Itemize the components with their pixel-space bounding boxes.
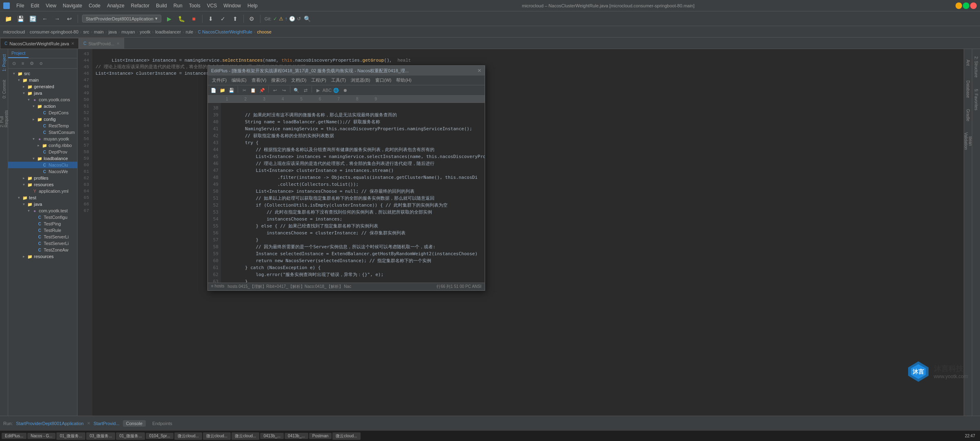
breadcrumb-loadbalancer[interactable]: loadbalancer	[155, 29, 181, 34]
popup-open-btn[interactable]: 📁	[218, 86, 227, 94]
taskbar-item[interactable]: 0413b_...	[285, 433, 308, 439]
tree-item[interactable]: Y application.yml	[8, 188, 77, 194]
menu-file[interactable]: File	[13, 0, 27, 11]
tree-item[interactable]: ▾ 📁 action	[8, 103, 77, 109]
popup-menu-search[interactable]: 搜索(S)	[269, 76, 289, 84]
tree-item[interactable]: ▸ 📁 resources	[8, 253, 77, 260]
git-update-btn[interactable]: ⬇	[205, 13, 216, 24]
breadcrumb-rule[interactable]: rule	[186, 29, 193, 34]
popup-paste-btn[interactable]: 📌	[258, 86, 266, 94]
tree-item[interactable]: ▾ ● com.yootk.cons	[8, 96, 77, 103]
popup-spell-btn[interactable]: ABC	[323, 86, 331, 94]
taskbar-item[interactable]: 0104_Spr...	[146, 433, 173, 439]
menu-refactor[interactable]: Refactor	[128, 0, 153, 11]
popup-new-btn[interactable]: 📄	[209, 86, 218, 94]
maximize-button[interactable]: □	[963, 2, 969, 9]
tree-item[interactable]: C TestRule	[8, 227, 77, 234]
popup-macro-btn[interactable]: ⏺	[341, 86, 349, 94]
menu-window[interactable]: Window	[220, 0, 244, 11]
git-commit-btn[interactable]: ✓	[217, 13, 229, 24]
popup-menu-project[interactable]: 工程(P)	[309, 76, 329, 84]
popup-cut-btn[interactable]: ✂	[240, 86, 248, 94]
run-config-selector[interactable]: StartProviderDept8001Application ▾	[82, 15, 161, 22]
popup-menu-view[interactable]: 查看(V)	[249, 76, 269, 84]
bean-validation-panel-btn[interactable]: Bean Validation	[965, 129, 971, 154]
tree-item[interactable]: C RestTemp	[8, 122, 77, 129]
taskbar-item[interactable]: 微云cloud...	[332, 432, 360, 440]
menu-view[interactable]: View	[42, 0, 60, 11]
save-btn[interactable]: 💾	[15, 13, 26, 24]
tree-item[interactable]: C DeptCons	[8, 109, 77, 116]
breadcrumb-src[interactable]: src	[83, 29, 89, 34]
run-config-2[interactable]: StartProvid...	[94, 421, 120, 426]
menu-build[interactable]: Build	[153, 0, 170, 11]
popup-menu-file[interactable]: 文件(F)	[209, 76, 229, 84]
tree-item[interactable]: C TestPing	[8, 220, 77, 227]
open-file-btn[interactable]: 📁	[2, 13, 14, 24]
endpoints-tab[interactable]: Endpoints	[149, 420, 176, 427]
tree-item[interactable]: ▾ 📁 java	[8, 201, 77, 207]
popup-menu-browser[interactable]: 浏览器(B)	[348, 76, 373, 84]
tree-item[interactable]: ▾ 📁 loadbalance	[8, 155, 77, 162]
forward-btn[interactable]: →	[51, 13, 63, 24]
gradle-panel-btn[interactable]: Gradle	[965, 103, 971, 127]
tab-startprovid-close[interactable]: ✕	[116, 41, 120, 46]
project-tab[interactable]: Project	[8, 49, 29, 58]
ant-panel-btn[interactable]: Ant	[965, 51, 971, 75]
menu-navigate[interactable]: Navigate	[60, 0, 85, 11]
tree-item[interactable]: ▸ 📁 generated	[8, 83, 77, 90]
tree-item[interactable]: ▾ 📁 src	[8, 70, 77, 77]
popup-browser-btn[interactable]: 🌐	[332, 86, 340, 94]
tree-item[interactable]: C TestZoneAw	[8, 247, 77, 253]
tree-item[interactable]: ▾ 📁 main	[8, 77, 77, 83]
run-btn[interactable]: ▶	[164, 13, 175, 24]
tree-item[interactable]: ▾ ● com.yootk.test	[8, 207, 77, 214]
settings-btn[interactable]: ⚙	[246, 13, 258, 24]
breadcrumb-method[interactable]: choose	[257, 29, 272, 34]
stop-btn[interactable]: ■	[188, 13, 200, 24]
taskbar-item[interactable]: Nacos - G...	[27, 433, 56, 439]
taskbar-item[interactable]: 01_微服务...	[116, 432, 145, 440]
tree-item[interactable]: ▾ 📁 test	[8, 194, 77, 201]
tree-item[interactable]: ▸ 📁 config.ribbo	[8, 142, 77, 149]
sync-btn[interactable]: 🔄	[27, 13, 38, 24]
tree-item-nacos-cluster[interactable]: C NacosClu	[8, 162, 77, 168]
tree-item[interactable]: C TestConfigu	[8, 214, 77, 220]
menu-help[interactable]: Help	[244, 0, 261, 11]
popup-close-btn[interactable]: ✕	[477, 68, 481, 74]
breadcrumb-microcloud[interactable]: microcloud	[3, 29, 25, 34]
menu-run[interactable]: Run	[170, 0, 186, 11]
run-close-icon-1[interactable]: ✕	[87, 421, 90, 425]
taskbar-item[interactable]: EditPlus...	[2, 433, 27, 439]
pull-requests-panel-btn[interactable]: 2: Pull Requests	[1, 103, 7, 127]
popup-redo-btn[interactable]: ↪	[280, 86, 288, 94]
taskbar-item[interactable]: 微云cloud...	[174, 432, 202, 440]
tree-item[interactable]: ▾ 📁 resources	[8, 181, 77, 188]
sidebar-locate-btn[interactable]: ⊙	[10, 59, 18, 67]
popup-code-text[interactable]: // 如果此时没有这不调用的微服务名称，那么是无法实现最终的服务查而的 Stri…	[221, 103, 485, 283]
breadcrumb-muyan[interactable]: muyan	[121, 29, 135, 34]
breadcrumb-main[interactable]: main	[94, 29, 104, 34]
popup-replace-btn[interactable]: ⇄	[301, 86, 310, 94]
tab-nacos-close[interactable]: ✕	[71, 41, 74, 46]
menu-tools[interactable]: Tools	[186, 0, 204, 11]
taskbar-item[interactable]: 03_微服务...	[86, 432, 115, 440]
popup-copy-btn[interactable]: 📋	[249, 86, 257, 94]
breadcrumb-yootk[interactable]: yootk	[140, 29, 150, 34]
sidebar-filter-btn[interactable]: ≎	[37, 59, 45, 67]
tree-item[interactable]: ▾ ● muyan.yootk	[8, 136, 77, 142]
git-push-btn[interactable]: ⬆	[229, 13, 241, 24]
favorites-panel-btn[interactable]: 5: Favorites	[974, 83, 978, 116]
menu-edit[interactable]: Edit	[27, 0, 42, 11]
taskbar-item[interactable]: 微云cloud...	[203, 432, 231, 440]
sidebar-settings-btn[interactable]: ⚙	[28, 59, 36, 67]
tree-item[interactable]: C NacosWe	[8, 168, 77, 175]
popup-menu-edit[interactable]: 编辑(E)	[229, 76, 249, 84]
close-button[interactable]: ✕	[970, 2, 977, 9]
breadcrumb-consumer[interactable]: consumer-springboot-80	[30, 29, 78, 34]
popup-undo-btn[interactable]: ↩	[271, 86, 279, 94]
taskbar-item[interactable]: Postman	[309, 433, 332, 439]
breadcrumb-java[interactable]: java	[109, 29, 117, 34]
tree-item[interactable]: ▸ 📁 config	[8, 116, 77, 122]
sidebar-collapse-btn[interactable]: ≡	[19, 59, 27, 67]
